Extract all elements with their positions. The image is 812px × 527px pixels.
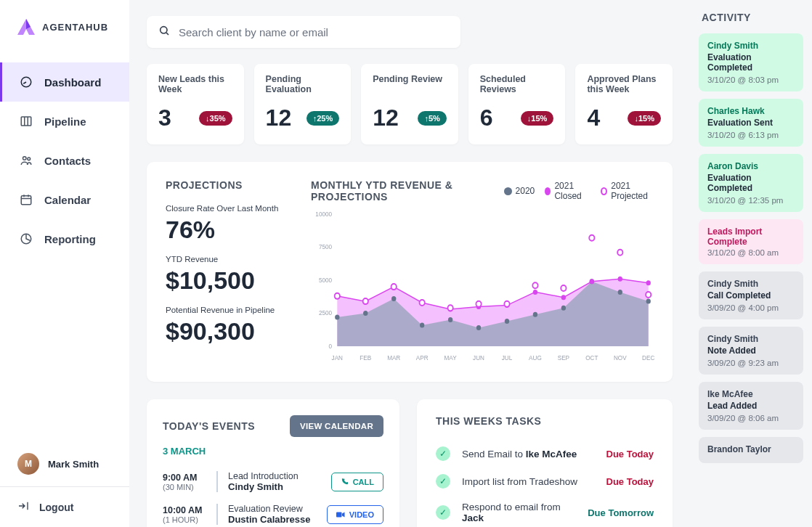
svg-rect-4 (21, 196, 31, 205)
svg-text:APR: APR (416, 354, 429, 361)
event-call-button[interactable]: CALL (331, 473, 383, 491)
activity-who: Cindy Smith (707, 334, 795, 344)
svg-rect-1 (21, 117, 31, 126)
revenue-chart: 025005000750010000JANFEBMARAPRMAYJUNJULA… (311, 208, 654, 364)
brand: AGENTAHUB (0, 0, 129, 54)
current-user[interactable]: M Mark Smith (0, 441, 129, 486)
svg-point-19 (533, 312, 537, 317)
activity-card[interactable]: Leads Import Complete 3/10/20 @ 8:00 am (699, 219, 803, 264)
brand-name: AGENTAHUB (42, 22, 108, 33)
event-time: 9:00 AM(30 MIN) (163, 473, 206, 491)
svg-point-46 (617, 250, 622, 256)
stat-label: Pending Review (373, 74, 447, 94)
stat-label: Pending Evaluation (266, 74, 340, 94)
svg-text:SEP: SEP (558, 354, 570, 361)
svg-text:10000: 10000 (315, 211, 332, 218)
svg-text:AUG: AUG (529, 354, 542, 361)
legend-2021-projected: 2021 Projected (601, 181, 654, 201)
task-row: ✓ Send Email to Ike McAfee Due Today (436, 440, 654, 467)
events-heading: TODAY'S EVENTS (163, 420, 255, 432)
svg-text:JAN: JAN (332, 354, 343, 361)
activity-card[interactable]: Cindy Smith Evaluation Completed 3/10/20… (699, 33, 803, 91)
events-card: TODAY'S EVENTS VIEW CALENDAR 3 MARCH 9:0… (147, 399, 399, 527)
nav-calendar[interactable]: Calendar (0, 180, 129, 219)
activity-what: Call Completed (707, 290, 795, 301)
activity-card[interactable]: Cindy Smith Note Added 3/09/20 @ 9:23 am (699, 327, 803, 375)
svg-point-3 (28, 158, 31, 160)
nav-dashboard[interactable]: Dashboard (0, 62, 129, 102)
activity-card[interactable]: Aaron Davis Evaluation Completed 3/10/20… (699, 154, 803, 212)
activity-card[interactable]: Brandon Taylor (699, 437, 803, 463)
task-due: Due Today (606, 449, 654, 459)
nav-reporting[interactable]: Reporting (0, 219, 129, 258)
sidebar: AGENTAHUB Dashboard Pipeline Contacts Ca… (0, 0, 129, 527)
svg-text:5000: 5000 (319, 277, 332, 284)
activity-who: Charles Hawk (707, 106, 795, 116)
svg-point-45 (589, 235, 594, 241)
logout-button[interactable]: Logout (0, 486, 129, 527)
activity-card[interactable]: Cindy Smith Call Completed 3/09/20 @ 4:0… (699, 271, 803, 319)
gauge-icon (20, 75, 33, 89)
chart-legend: 2020 2021 Closed 2021 Projected (504, 181, 654, 201)
activity-when: 3/10/20 @ 12:35 pm (707, 196, 795, 205)
svg-rect-60 (336, 512, 342, 517)
svg-point-15 (420, 322, 424, 327)
stat-delta: ↓15% (628, 111, 661, 126)
potential-label: Potential Revenue in Pipeline (166, 306, 289, 314)
svg-text:7500: 7500 (319, 243, 332, 250)
svg-point-40 (447, 305, 452, 311)
task-text: Import list from Tradeshow (462, 476, 595, 487)
event-body: Lead IntroductionCindy Smith (228, 471, 321, 492)
task-due: Due Today (606, 476, 654, 487)
tasks-heading: THIS WEEKS TASKS (436, 415, 654, 427)
svg-point-22 (618, 290, 622, 295)
svg-point-39 (420, 300, 425, 306)
stats-row: New Leads this Week 3 ↓35% Pending Evalu… (147, 64, 673, 144)
svg-text:MAR: MAR (387, 354, 400, 361)
logo-icon (17, 19, 35, 35)
activity-who: Cindy Smith (707, 279, 795, 289)
svg-text:MAY: MAY (444, 354, 457, 361)
ytd-value: $10,500 (166, 266, 289, 295)
projections-heading: PROJECTIONS (166, 179, 289, 191)
stat-card: Pending Review 12 ↑5% (361, 64, 458, 144)
search-input[interactable] (179, 26, 449, 38)
task-text: Respond to email from Jack (462, 502, 576, 523)
nav: Dashboard Pipeline Contacts Calendar Rep… (0, 54, 129, 441)
check-icon[interactable]: ✓ (436, 474, 450, 489)
stat-card: Pending Evaluation 12 ↑25% (254, 64, 352, 144)
stat-value: 4 (587, 105, 600, 131)
nav-label: Calendar (44, 194, 91, 206)
svg-text:DEC: DEC (642, 354, 654, 361)
check-icon[interactable]: ✓ (436, 446, 450, 461)
nav-label: Contacts (44, 155, 91, 167)
task-due: Due Tomorrow (588, 507, 654, 518)
svg-text:NOV: NOV (614, 354, 627, 361)
check-icon[interactable]: ✓ (436, 505, 450, 520)
main-content: New Leads this Week 3 ↓35% Pending Evalu… (129, 0, 690, 527)
svg-point-14 (391, 296, 396, 301)
view-calendar-button[interactable]: VIEW CALENDAR (290, 415, 383, 437)
legend-2021-closed: 2021 Closed (545, 181, 590, 201)
svg-point-37 (363, 298, 368, 304)
event-video-button[interactable]: VIDEO (327, 505, 383, 524)
search-bar[interactable] (147, 16, 460, 48)
event-body: Evaluation ReviewDustin Calabresse (228, 504, 317, 525)
nav-pipeline[interactable]: Pipeline (0, 102, 129, 141)
chart-icon (20, 232, 33, 245)
stat-card: Scheduled Reviews 6 ↓15% (468, 64, 566, 144)
activity-card[interactable]: Charles Hawk Evaluation Sent 3/10/20 @ 6… (699, 99, 803, 147)
svg-point-44 (561, 285, 566, 291)
nav-contacts[interactable]: Contacts (0, 141, 129, 180)
stat-delta: ↓35% (199, 111, 232, 126)
activity-who: Leads Import Complete (707, 226, 795, 247)
logout-icon (17, 500, 29, 514)
svg-point-31 (533, 290, 537, 295)
activity-card[interactable]: Ike McAfee Lead Added 3/09/20 @ 8:06 am (699, 382, 803, 430)
activity-when: 3/10/20 @ 8:00 am (707, 248, 795, 257)
nav-label: Pipeline (44, 115, 86, 128)
event-row: 10:00 AM(1 HOUR) Evaluation ReviewDustin… (163, 498, 383, 527)
svg-point-2 (23, 157, 27, 160)
logout-label: Logout (39, 502, 73, 513)
svg-point-33 (590, 279, 594, 284)
